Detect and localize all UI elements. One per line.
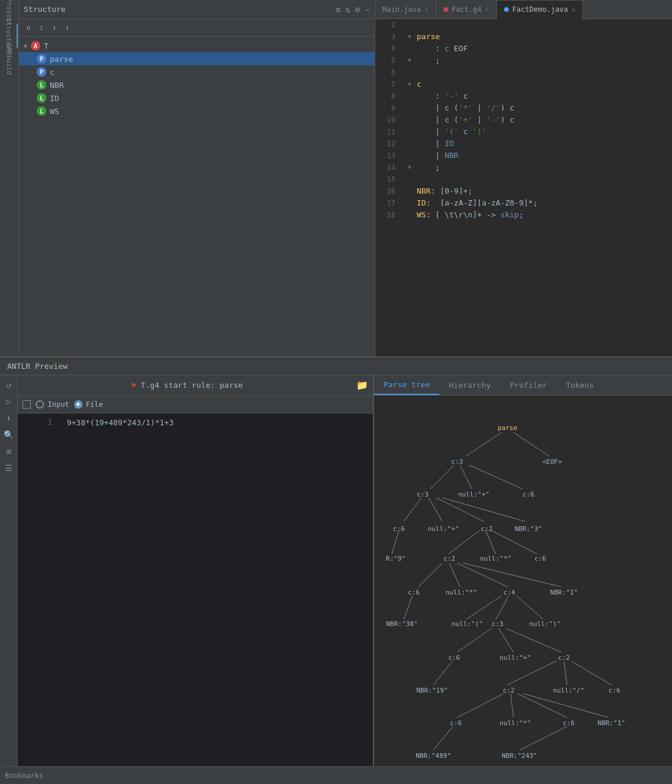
node-nbr3: NBR:"3" (515, 525, 542, 533)
node-c6e: c:6 (448, 654, 460, 662)
structure-header: Structure ≡ ⇅ ⚙ − (19, 0, 375, 19)
bookmarks-bar: Bookmarks (0, 766, 672, 784)
search-icon[interactable]: 🔍 (1, 428, 16, 442)
structure-panel: Structure ≡ ⇅ ⚙ − ⇅ ↧ ⬆ ⬇ ▼ A T P parse (19, 0, 375, 356)
preview-left-icons: ↺ ▷ ⬇ 🔍 ⊞ ☰ (0, 375, 18, 766)
down-icon[interactable]: ⬇ (4, 411, 14, 425)
sidebar-item-gprbuild[interactable]: GPRbuild (1, 48, 18, 71)
tab-hierarchy[interactable]: Hierarchy (439, 375, 500, 395)
node-c4: c:4 (503, 589, 515, 596)
svg-line-33 (519, 726, 567, 750)
svg-line-15 (457, 563, 508, 587)
node-c6b: c:6 (393, 525, 405, 533)
input-start-icon[interactable]: ▷ (4, 394, 14, 409)
factdemo-dot (504, 7, 509, 12)
bookmarks-label: Bookmarks (5, 772, 43, 780)
tab-bar: Main.java ✕ Fact.g4 ✕ FactDemo.java ✕ (375, 0, 672, 19)
tab-fact-g4-close[interactable]: ✕ (485, 5, 489, 13)
minimize-icon[interactable]: − (365, 5, 370, 14)
parse-label: parse (50, 55, 73, 64)
collapse-btn[interactable]: ⬇ (62, 22, 72, 33)
tab-factdemo-java-close[interactable]: ✕ (572, 6, 576, 14)
node-parse: parse (497, 424, 517, 432)
tree-icon[interactable]: ⊞ (4, 444, 14, 459)
c-badge: P (37, 67, 46, 77)
input-text-area[interactable]: 1 9+38*(19+489*243/1)*1+3 (18, 413, 373, 766)
list-icon[interactable]: ☰ (2, 461, 15, 475)
expand-btn[interactable]: ⬆ (50, 22, 59, 33)
svg-line-25 (508, 661, 556, 685)
sort-icon[interactable]: ⇅ (345, 5, 350, 14)
tab-fact-g4-label: Fact.g4 (452, 5, 482, 14)
node-nbr489: NBR:"489" (416, 752, 451, 760)
node-mul3: null:"*" (500, 719, 531, 727)
node-nbr243: NBR:"243" (502, 752, 537, 760)
node-c2b: c:2 (443, 555, 455, 562)
node-mul1: null:"*" (480, 555, 512, 562)
svg-line-9 (392, 530, 399, 554)
antlr-icon: ⚑ (131, 381, 136, 390)
svg-line-20 (516, 596, 543, 619)
tab-tokens[interactable]: Tokens (556, 375, 603, 395)
tab-main-java-label: Main.java (382, 5, 421, 14)
parse-tree-area: parse c:3 <EOF> c:3 null:"+" c:6 c:6 nul… (374, 396, 672, 766)
code-line-10: 10 | c ('+' | '-') c (375, 114, 672, 126)
svg-line-28 (457, 694, 503, 717)
structure-toolbar: ⇅ ↧ ⬆ ⬇ (19, 19, 375, 37)
grammar-title: ⚑ T.g4 start rule: parse (23, 381, 351, 390)
svg-line-18 (466, 596, 502, 619)
tab-profiler[interactable]: Profiler (500, 375, 557, 395)
node-c3: c:3 (451, 458, 463, 466)
folder-icon[interactable]: 📁 (356, 380, 368, 391)
svg-line-14 (449, 563, 460, 587)
align-icon[interactable]: ≡ (335, 5, 340, 14)
svg-line-19 (496, 596, 509, 619)
file-radio[interactable] (74, 400, 83, 409)
id-label: ID (50, 94, 59, 103)
code-line-3: 3 ▼ parse (375, 31, 672, 43)
file-label: File (86, 400, 103, 409)
tree-item-parse[interactable]: P parse (19, 52, 375, 65)
svg-line-8 (442, 498, 525, 521)
node-nbr19: NBR:"19" (417, 687, 448, 694)
svg-line-11 (486, 530, 496, 554)
sort-type-btn[interactable]: ↧ (37, 22, 46, 33)
tab-factdemo-java[interactable]: FactDemo.java ✕ (497, 0, 584, 19)
tree-item-nbr[interactable]: L NBR (19, 78, 375, 91)
node-c6g: c:6 (450, 719, 462, 727)
node-mul2: null:"*" (446, 589, 477, 596)
node-eof: <EOF> (542, 458, 562, 466)
tab-main-java[interactable]: Main.java ✕ (375, 0, 436, 19)
sort-alpha-btn[interactable]: ⇅ (24, 22, 33, 33)
tree-item-id[interactable]: L ID (19, 91, 375, 105)
checkbox[interactable] (23, 400, 31, 409)
input-line-num: 1 (47, 418, 59, 427)
tree-item-root[interactable]: ▼ A T (19, 39, 375, 52)
code-line-18: 18 WS: [ \t\r\n]+ -> skip; (375, 209, 672, 221)
nbr-badge: L (37, 80, 46, 90)
tree-item-ws[interactable]: L WS (19, 105, 375, 118)
refresh-icon[interactable]: ↺ (4, 378, 14, 392)
input-radio[interactable] (36, 400, 44, 409)
svg-line-3 (460, 465, 472, 489)
svg-line-10 (448, 530, 480, 554)
code-line-15: 15 (375, 173, 672, 185)
root-label: T (44, 42, 49, 50)
tab-fact-g4[interactable]: Fact.g4 ✕ (436, 0, 497, 19)
node-plus3: null:"+" (500, 654, 531, 662)
svg-line-6 (429, 498, 442, 521)
node-plus2: null:"+" (428, 525, 459, 533)
svg-line-24 (433, 661, 452, 685)
svg-line-23 (506, 628, 561, 652)
tree-item-c[interactable]: P c (19, 65, 375, 78)
tab-main-java-close[interactable]: ✕ (424, 5, 429, 13)
node-nbr1b: NBR:"1" (598, 719, 625, 727)
svg-line-4 (469, 465, 522, 489)
node-c2d: c:2 (503, 687, 515, 694)
node-c6d: c:6 (408, 589, 420, 596)
settings-icon[interactable]: ⚙ (355, 5, 360, 14)
tab-parse-tree[interactable]: Parse tree (374, 375, 439, 395)
radio-group: Input (36, 400, 69, 409)
svg-line-1 (513, 432, 549, 456)
file-radio-group: File (74, 400, 103, 409)
